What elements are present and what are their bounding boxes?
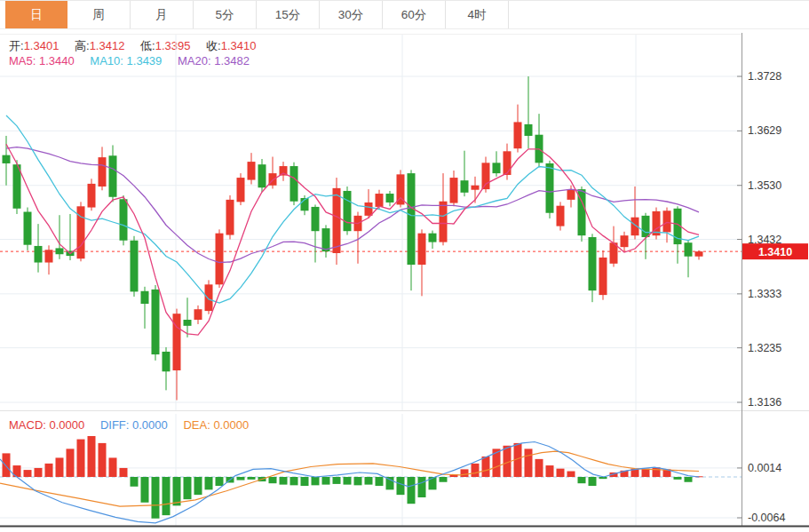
period-tabbar: 日周月5分15分30分60分4时 [0, 0, 809, 29]
macd-tick-label: -0.0064 [748, 512, 785, 524]
tab-day[interactable]: 日 [5, 1, 67, 28]
chart-canvas[interactable]: 1.37281.36291.35301.34321.33331.32351.31… [0, 30, 809, 532]
tab-week[interactable]: 周 [67, 1, 131, 28]
current-price-badge-text: 1.3410 [758, 246, 792, 258]
kline-chart-app: 日周月5分15分30分60分4时 开:1.3401 高:1.3412 低:1.3… [0, 0, 809, 532]
tab-month[interactable]: 月 [131, 1, 194, 28]
price-tick-label: 1.3629 [748, 124, 781, 137]
tab-60min[interactable]: 60分 [383, 1, 446, 28]
price-tick-label: 1.3728 [748, 70, 781, 83]
tab-4hour[interactable]: 4时 [446, 1, 509, 28]
price-tick-label: 1.3530 [748, 179, 781, 192]
tab-30min[interactable]: 30分 [320, 1, 383, 28]
tab-5min[interactable]: 5分 [194, 1, 257, 28]
macd-tick-label: 0.0014 [748, 462, 781, 474]
tab-15min[interactable]: 15分 [257, 1, 320, 28]
price-tick-label: 1.3333 [748, 288, 781, 300]
price-tick-label: 1.3136 [748, 396, 781, 409]
price-tick-label: 1.3235 [748, 342, 781, 354]
